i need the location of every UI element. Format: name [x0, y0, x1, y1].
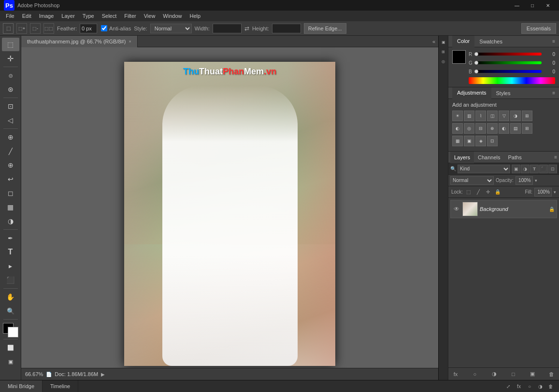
opacity-input[interactable] [516, 176, 533, 185]
minimize-button[interactable]: — [510, 0, 524, 11]
text-tool[interactable]: T [2, 245, 19, 259]
color-balance-icon[interactable]: ⊞ [522, 111, 532, 121]
close-button[interactable]: ✕ [541, 0, 555, 11]
gradient-map-icon[interactable]: ▦ [452, 136, 463, 146]
adjustments-menu[interactable]: ≡ [552, 90, 555, 96]
extra-icon-1[interactable]: ◈ [475, 136, 486, 146]
menu-type[interactable]: Type [79, 12, 98, 20]
path-selection-tool[interactable]: ▸ [2, 259, 19, 273]
tab-color[interactable]: Color [452, 36, 474, 47]
g-slider[interactable] [476, 61, 542, 64]
extra-icon-2[interactable]: ⊡ [487, 136, 498, 146]
bottom-icon-1[interactable]: ⤢ [504, 382, 513, 391]
refine-edge-button[interactable]: Refine Edge... [304, 23, 346, 34]
height-input[interactable] [272, 24, 301, 33]
mini-bridge-tab[interactable]: Mini Bridge [0, 380, 43, 392]
essentials-button[interactable]: Essentials [521, 23, 556, 34]
text-filter-icon[interactable]: T [530, 165, 539, 173]
dodge-tool[interactable]: ◑ [2, 214, 19, 228]
photo-filter-icon[interactable]: ◎ [464, 123, 474, 134]
exposure-icon[interactable]: ◫ [487, 111, 498, 121]
bottom-icon-2[interactable]: fx [515, 382, 523, 391]
curves-icon[interactable]: ⌇ [475, 111, 486, 121]
new-selection-icon[interactable]: ⬚ [3, 23, 14, 34]
add-mask-icon[interactable]: ○ [470, 369, 480, 379]
lock-pixels-icon[interactable]: ╱ [474, 188, 482, 196]
bottom-icon-4[interactable]: ◑ [536, 382, 545, 391]
color-lookup-icon[interactable]: ⊕ [487, 123, 498, 134]
zoom-tool[interactable]: 🔍 [2, 304, 19, 318]
menu-edit[interactable]: Edit [18, 12, 35, 20]
move-tool[interactable]: ✛ [2, 52, 19, 65]
layer-kind-select[interactable]: Kind Name Effect Mode [458, 165, 510, 173]
menu-layer[interactable]: Layer [57, 12, 79, 20]
brightness-contrast-icon[interactable]: ☀ [452, 111, 463, 121]
pen-tool[interactable]: ✒ [2, 231, 19, 245]
tab-styles[interactable]: Styles [491, 87, 516, 99]
tab-swatches[interactable]: Swatches [474, 36, 507, 47]
color-panel-menu[interactable]: ≡ [552, 39, 555, 44]
pixel-filter-icon[interactable]: ▣ [512, 165, 520, 173]
style-select[interactable]: Normal Fixed Ratio Fixed Size [150, 24, 192, 33]
side-icon-3[interactable]: ◎ [439, 57, 448, 66]
menu-select[interactable]: Select [98, 12, 121, 20]
smartobj-filter-icon[interactable]: ⊡ [548, 165, 557, 173]
side-icon-2[interactable]: ⊞ [439, 47, 448, 56]
healing-brush-tool[interactable]: ⊕ [2, 130, 19, 144]
maximize-button[interactable]: □ [525, 0, 540, 11]
add-layer-style-icon[interactable]: fx [450, 369, 461, 379]
table-row[interactable]: 👁 Background 🔒 [450, 200, 557, 218]
invert-icon[interactable]: ◐ [499, 123, 509, 134]
status-arrow[interactable]: ▶ [101, 372, 105, 377]
tab-paths[interactable]: Paths [504, 152, 526, 163]
eraser-tool[interactable]: ◻ [2, 186, 19, 200]
panel-collapse-arrow[interactable]: « [430, 39, 438, 44]
color-preview[interactable] [452, 50, 466, 64]
titlebar-controls[interactable]: — □ ✕ [510, 0, 555, 11]
timeline-tab[interactable]: Timeline [43, 380, 78, 392]
lasso-tool[interactable]: ⌾ [2, 69, 19, 82]
marquee-tool[interactable]: ⬚ [2, 38, 19, 51]
antialias-checkbox[interactable] [101, 25, 107, 31]
layers-menu[interactable]: ≡ [554, 154, 557, 160]
adjustment-filter-icon[interactable]: ◑ [521, 165, 530, 173]
b-slider[interactable] [476, 70, 542, 73]
bottom-icon-3[interactable]: ○ [525, 382, 534, 391]
blend-mode-select[interactable]: Normal Multiply Screen Overlay [450, 176, 494, 185]
intersect-selection-icon[interactable]: ⬚⬚ [43, 23, 54, 34]
tab-adjustments[interactable]: Adjustments [452, 87, 491, 99]
menu-image[interactable]: Image [35, 12, 58, 20]
background-color[interactable] [8, 327, 18, 337]
posterize-icon[interactable]: ▤ [510, 123, 521, 134]
tab-channels[interactable]: Channels [474, 152, 504, 163]
delete-layer-icon[interactable]: 🗑 [546, 369, 557, 379]
layer-visibility-icon[interactable]: 👁 [453, 205, 460, 213]
fill-arrow[interactable]: ▾ [554, 190, 556, 195]
tab-layers[interactable]: Layers [450, 152, 474, 163]
menu-help[interactable]: Help [186, 12, 204, 20]
fill-input[interactable] [534, 188, 552, 196]
feather-input[interactable] [80, 24, 97, 33]
menu-file[interactable]: File [2, 12, 18, 20]
screen-mode-tool[interactable]: ▣ [2, 355, 19, 368]
menu-window[interactable]: Window [159, 12, 186, 20]
new-layer-icon[interactable]: ▣ [527, 369, 538, 379]
lock-position-icon[interactable]: ✛ [484, 188, 492, 196]
shape-tool[interactable]: ⬛ [2, 273, 19, 287]
lock-transparent-icon[interactable]: ⬚ [465, 188, 473, 196]
quick-mask-tool[interactable]: ⬜ [2, 341, 19, 354]
add-selection-icon[interactable]: ⬚+ [16, 23, 27, 34]
lock-all-icon[interactable]: 🔒 [494, 188, 502, 196]
quick-selection-tool[interactable]: ⊛ [2, 83, 19, 96]
document-tab[interactable]: thuthuatphanmem.jpg @ 66.7% (RGB/8#) × [21, 36, 138, 47]
hand-tool[interactable]: ✋ [2, 290, 19, 304]
threshold-icon[interactable]: ⊞ [522, 123, 532, 134]
color-spectrum[interactable] [469, 77, 555, 84]
levels-icon[interactable]: ▥ [464, 111, 474, 121]
vibrance-icon[interactable]: ▽ [499, 111, 509, 121]
r-slider[interactable] [476, 53, 542, 56]
bottom-icon-5[interactable]: 🗑 [546, 382, 555, 391]
crop-tool[interactable]: ⊡ [2, 99, 19, 113]
gradient-tool[interactable]: ▦ [2, 200, 19, 214]
menu-filter[interactable]: Filter [120, 12, 140, 20]
